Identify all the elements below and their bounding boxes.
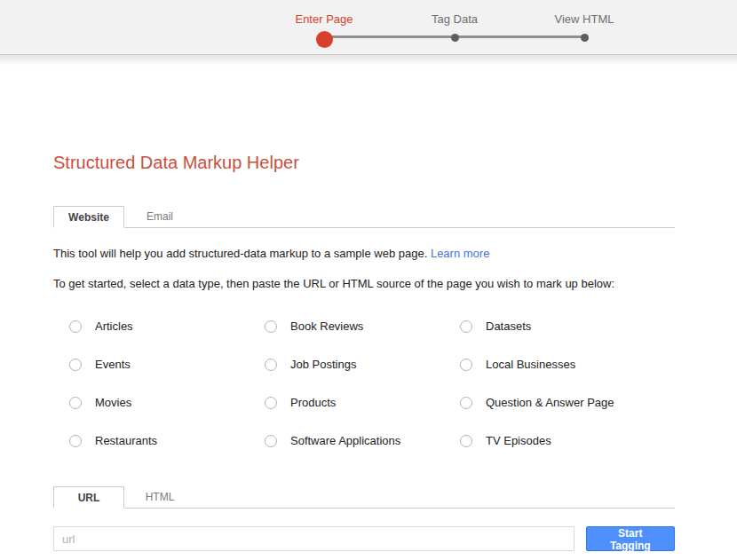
data-type-option-job-postings[interactable]: Job Postings xyxy=(265,345,460,383)
data-type-option-tv-episodes[interactable]: TV Episodes xyxy=(460,422,673,460)
page-title: Structured Data Markup Helper xyxy=(53,151,675,174)
tab-html[interactable]: HTML xyxy=(124,486,195,509)
intro-sentence: This tool will help you add structured-d… xyxy=(53,247,427,260)
data-type-label: Products xyxy=(290,396,336,409)
data-type-option-events[interactable]: Events xyxy=(69,345,265,383)
data-type-label: Restaurants xyxy=(95,434,157,447)
data-type-grid: Articles Book Reviews Datasets Events Jo… xyxy=(69,307,675,460)
step-dot xyxy=(451,34,459,42)
data-type-label: Events xyxy=(95,358,131,371)
data-type-option-software-applications[interactable]: Software Applications xyxy=(265,422,460,460)
data-type-option-book-reviews[interactable]: Book Reviews xyxy=(265,307,460,345)
data-type-option-question-answer-page[interactable]: Question & Answer Page xyxy=(460,383,673,422)
radio-icon[interactable] xyxy=(69,397,82,409)
step-label: View HTML xyxy=(522,12,646,26)
data-type-option-movies[interactable]: Movies xyxy=(69,383,265,422)
data-type-option-articles[interactable]: Articles xyxy=(69,307,265,345)
step-label: Tag Data xyxy=(392,12,517,26)
data-type-label: Movies xyxy=(95,396,131,409)
data-type-option-restaurants[interactable]: Restaurants xyxy=(69,422,265,460)
radio-icon[interactable] xyxy=(460,397,472,409)
instructions-text: To get started, select a data type, then… xyxy=(53,276,675,291)
source-tabbar: Website Email xyxy=(53,205,675,228)
step-view-html[interactable]: View HTML xyxy=(522,12,646,44)
data-type-label: Book Reviews xyxy=(290,319,363,333)
progress-header: Enter Page Tag Data View HTML xyxy=(0,0,737,55)
main-content: Structured Data Markup Helper Website Em… xyxy=(0,151,737,551)
step-dot-active xyxy=(316,31,333,48)
data-type-label: Job Postings xyxy=(290,358,356,371)
learn-more-link[interactable]: Learn more xyxy=(431,247,489,260)
radio-icon[interactable] xyxy=(265,359,277,371)
data-type-label: Datasets xyxy=(486,319,531,333)
radio-icon[interactable] xyxy=(69,435,82,447)
url-input-row: Start Tagging xyxy=(53,526,675,551)
radio-icon[interactable] xyxy=(460,359,472,371)
data-type-label: Local Businesses xyxy=(486,358,575,371)
data-type-label: Articles xyxy=(95,319,133,333)
step-dot xyxy=(581,34,589,42)
step-tag-data[interactable]: Tag Data xyxy=(392,12,517,44)
radio-icon[interactable] xyxy=(69,320,82,333)
radio-icon[interactable] xyxy=(460,435,472,447)
url-input[interactable] xyxy=(53,526,575,551)
input-tabbar: URL HTML xyxy=(53,485,675,509)
intro-text: This tool will help you add structured-d… xyxy=(53,246,675,261)
data-type-option-products[interactable]: Products xyxy=(265,383,460,422)
step-label: Enter Page xyxy=(262,12,386,26)
tab-email[interactable]: Email xyxy=(124,206,195,228)
radio-icon[interactable] xyxy=(265,397,277,409)
tab-url[interactable]: URL xyxy=(53,486,124,509)
radio-icon[interactable] xyxy=(265,320,277,333)
data-type-label: TV Episodes xyxy=(486,434,551,447)
data-type-label: Question & Answer Page xyxy=(486,396,614,409)
tab-website[interactable]: Website xyxy=(53,206,124,228)
data-type-option-local-businesses[interactable]: Local Businesses xyxy=(460,345,673,383)
radio-icon[interactable] xyxy=(265,435,277,447)
step-enter-page[interactable]: Enter Page xyxy=(262,12,386,50)
data-type-label: Software Applications xyxy=(290,434,400,447)
radio-icon[interactable] xyxy=(69,359,82,371)
start-tagging-button[interactable]: Start Tagging xyxy=(586,526,675,551)
data-type-option-datasets[interactable]: Datasets xyxy=(460,307,673,345)
radio-icon[interactable] xyxy=(460,320,472,333)
